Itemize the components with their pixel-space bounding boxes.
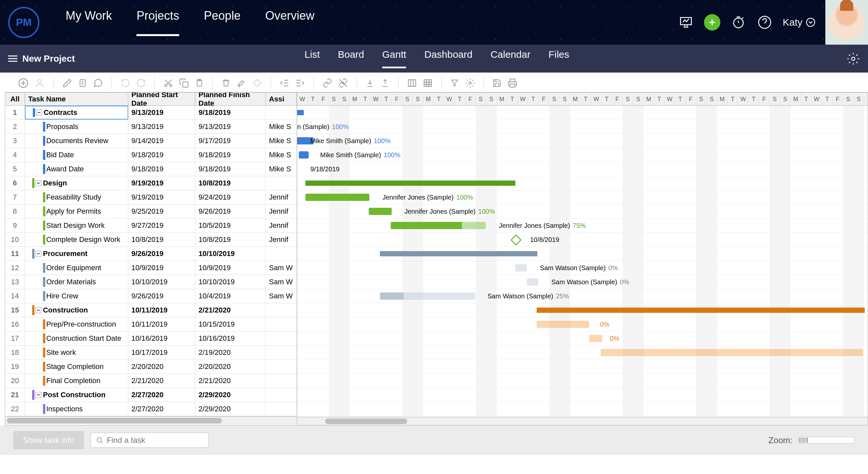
col-finish[interactable]: Planned Finish Date	[195, 93, 266, 106]
tab-board[interactable]: Board	[338, 49, 364, 68]
search-input[interactable]	[106, 436, 204, 445]
table-row[interactable]: 19Stage Completion2/20/20202/20/2020	[5, 360, 297, 374]
svg-point-6	[38, 80, 42, 83]
zoom-slider[interactable]	[798, 437, 855, 443]
cut-icon[interactable]	[163, 78, 173, 88]
gantt-scrollbar[interactable]	[297, 417, 868, 425]
export-icon[interactable]	[380, 78, 390, 88]
content: All Task Name Planned Start Date Planned…	[5, 92, 868, 425]
import-icon[interactable]	[366, 78, 375, 88]
save-icon[interactable]	[492, 78, 502, 88]
gantt-header: WTFSSMTWTFSSMTWTFSSMTWTFSSMTWTFSSMTWTFSS…	[297, 93, 868, 106]
svg-point-17	[97, 438, 102, 442]
svg-point-3	[807, 19, 815, 27]
delete-icon[interactable]	[221, 78, 230, 88]
grid-icon[interactable]	[423, 78, 433, 88]
tab-list[interactable]: List	[304, 49, 320, 68]
avatar[interactable]	[825, 0, 868, 45]
table-row[interactable]: 12Order Equipment10/9/201910/9/2019Sam W	[5, 261, 297, 275]
redo-icon[interactable]	[136, 78, 146, 88]
col-all[interactable]: All	[5, 93, 25, 106]
nav-people[interactable]: People	[204, 9, 241, 36]
svg-rect-10	[183, 82, 188, 87]
table-row[interactable]: 13Order Materials10/10/201910/10/2019Sam…	[5, 275, 297, 289]
table-row[interactable]: 14Hire Crew9/26/201910/4/2019Sam W	[5, 289, 297, 303]
col-assign[interactable]: Assi	[266, 93, 297, 106]
copy-icon[interactable]	[179, 78, 189, 88]
table-row[interactable]: 21−Post Construction2/27/20202/29/2020	[5, 388, 297, 402]
link-icon[interactable]	[322, 78, 332, 88]
clear-icon[interactable]	[237, 78, 246, 88]
undo-icon[interactable]	[120, 78, 130, 88]
tab-calendar[interactable]: Calendar	[490, 49, 530, 68]
col-name[interactable]: Task Name	[25, 93, 128, 106]
comment-icon[interactable]	[93, 78, 103, 88]
table-row[interactable]: 11−Procurement9/26/201910/10/2019	[5, 247, 297, 261]
table-row[interactable]: 18Site work10/17/20192/19/2020	[5, 346, 297, 360]
edit-icon[interactable]	[62, 78, 72, 88]
table-row[interactable]: 9Start Design Work9/27/201910/5/2019Jenn…	[5, 218, 297, 233]
settings-icon[interactable]	[465, 78, 475, 88]
add-button[interactable]	[704, 14, 720, 31]
help-icon[interactable]	[756, 14, 773, 31]
indent-icon[interactable]	[295, 78, 305, 88]
search-icon	[96, 436, 103, 444]
nav-projects[interactable]: Projects	[136, 9, 179, 36]
timer-icon[interactable]	[730, 14, 747, 31]
table-row[interactable]: 4Bid Date9/18/20199/18/2019Mike S	[5, 148, 297, 162]
svg-point-9	[169, 84, 172, 87]
table-row[interactable]: 20Final Completion2/21/20202/21/2020	[5, 374, 297, 388]
svg-rect-13	[408, 80, 416, 86]
nav-overview[interactable]: Overview	[265, 9, 314, 36]
grid-header: All Task Name Planned Start Date Planned…	[5, 93, 297, 106]
diamond-icon[interactable]	[252, 78, 262, 88]
menu-icon[interactable]	[8, 56, 18, 62]
project-name: New Project	[22, 54, 75, 64]
paste-icon[interactable]	[195, 78, 204, 88]
zoom-label: Zoom:	[768, 435, 793, 445]
main-nav: My WorkProjectsPeopleOverview	[66, 9, 315, 36]
task-grid: All Task Name Planned Start Date Planned…	[5, 93, 297, 425]
unlink-icon[interactable]	[338, 78, 348, 88]
outdent-icon[interactable]	[279, 78, 289, 88]
tab-files[interactable]: Files	[549, 49, 569, 68]
zoom-control: Zoom:	[768, 435, 855, 445]
col-start[interactable]: Planned Start Date	[128, 93, 195, 106]
show-info-button[interactable]: Show task info	[13, 431, 84, 449]
table-row[interactable]: 17Construction Start Date10/16/201910/16…	[5, 331, 297, 346]
add-task-icon[interactable]	[18, 78, 29, 88]
gear-icon[interactable]	[847, 52, 860, 65]
notes-icon[interactable]	[78, 78, 87, 88]
table-row[interactable]: 3Documents Review9/14/20199/17/2019Mike …	[5, 134, 297, 148]
table-row[interactable]: 10Complete Design Work10/8/201910/8/2019…	[5, 233, 297, 247]
table-row[interactable]: 6−Design9/19/201910/8/2019	[5, 176, 297, 190]
table-row[interactable]: 1−Contracts9/13/20199/18/2019	[5, 106, 297, 120]
table-row[interactable]: 7Feasability Study9/19/20199/24/2019Jenn…	[5, 190, 297, 205]
table-row[interactable]: 2Proposals9/13/20199/13/2019Mike S	[5, 120, 297, 134]
table-row[interactable]: 15−Construction10/11/20192/21/2020	[5, 303, 297, 318]
columns-icon[interactable]	[407, 78, 417, 88]
grid-scrollbar[interactable]	[5, 416, 297, 424]
tab-dashboard[interactable]: Dashboard	[424, 49, 472, 68]
print-icon[interactable]	[507, 78, 517, 88]
search-box[interactable]	[91, 433, 209, 448]
footer: Show task info Zoom:	[0, 425, 868, 455]
filter-icon[interactable]	[450, 78, 459, 88]
user-menu[interactable]: Katy	[783, 17, 815, 28]
table-row[interactable]: 8Apply for Permits9/25/20199/26/2019Jenn…	[5, 205, 297, 218]
table-row[interactable]: 5Award Date9/18/20199/18/2019Mike S	[5, 162, 297, 176]
svg-point-8	[165, 84, 167, 87]
nav-my-work[interactable]: My Work	[66, 9, 112, 36]
presentation-icon[interactable]	[678, 14, 694, 31]
top-nav: PM My WorkProjectsPeopleOverview Katy	[0, 0, 868, 45]
assign-icon[interactable]	[34, 78, 45, 88]
toolbar	[5, 74, 868, 92]
view-tabs: ListBoardGanttDashboardCalendarFiles	[304, 49, 569, 68]
svg-point-15	[469, 82, 471, 84]
tab-gantt[interactable]: Gantt	[382, 49, 406, 68]
gantt-body[interactable]: n (Sample)100%Mike Smith (Sample)100%Mik…	[297, 106, 868, 416]
table-row[interactable]: 22Inspections2/27/20202/29/2020	[5, 402, 297, 416]
logo[interactable]: PM	[8, 7, 39, 38]
svg-point-4	[851, 57, 855, 60]
table-row[interactable]: 16Prep/Pre-construction10/11/201910/15/2…	[5, 318, 297, 331]
